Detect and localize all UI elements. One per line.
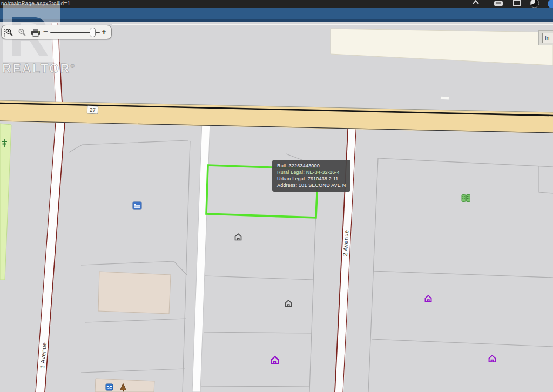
zoom-extent-tool-icon[interactable] [17,28,27,37]
address-text[interactable]: no/mainPage.aspx?rollid=1 [1,1,70,6]
caret-up-icon[interactable] [471,0,480,6]
profile-icon[interactable] [529,0,540,8]
print-tool-icon[interactable] [30,28,40,37]
building-footprint-beige[interactable] [98,272,171,314]
small-white-mark [441,97,449,100]
tooltip-address: Address: 101 SECOND AVE N [277,182,346,188]
map-background[interactable] [0,22,553,392]
badge-icon[interactable] [547,0,553,8]
motel-icon[interactable] [133,202,141,209]
partial-button-frame: In [538,30,553,45]
window-icon[interactable] [512,0,522,8]
map-toolbar: − + [1,25,112,39]
highway-shield: 27 [87,105,99,114]
map-frame-edge [112,24,553,25]
parcel-info-tooltip: Roll: 32263443000 Rural Legal: NE-34-32-… [272,160,350,192]
downloads-tray-icon[interactable] [493,0,504,8]
partial-button[interactable]: In [542,33,553,43]
pool-icon[interactable] [106,384,113,390]
gis-map-viewer: R [0,0,553,392]
zoom-out-button[interactable]: − [43,27,48,37]
browser-chrome-bar: no/mainPage.aspx?rollid=1 [0,0,553,8]
tooltip-rural-legal: Rural Legal: NE-34-32-26-4 [277,169,346,175]
tooltip-urban-legal: Urban Legal: 7610438 2 11 [277,175,346,182]
map-canvas[interactable]: R [0,0,553,392]
zoom-rectangle-tool-icon[interactable] [4,28,14,37]
tooltip-roll: Roll: 32263443000 [277,163,346,169]
app-header-bar [0,8,553,22]
zoom-in-button[interactable]: + [102,27,106,37]
road-label-2-avenue: 2 Avenue [342,229,350,256]
zoom-slider-thumb[interactable] [90,28,96,37]
